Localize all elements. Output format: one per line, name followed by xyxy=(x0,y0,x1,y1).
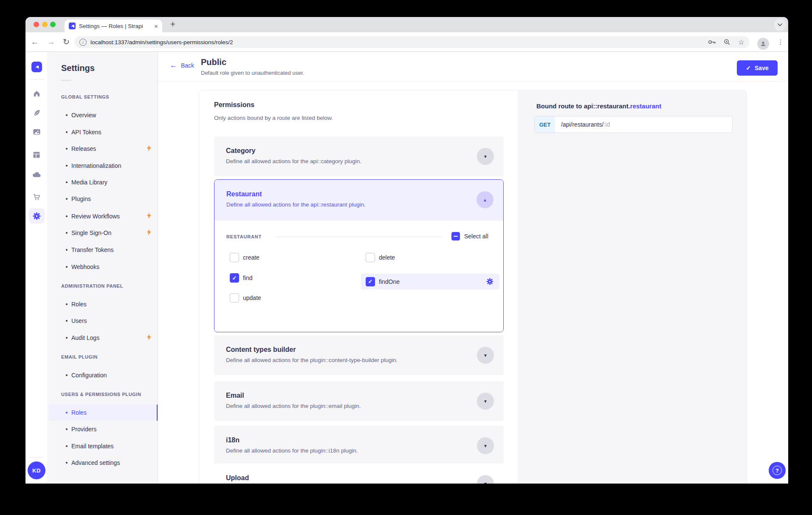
expand-button[interactable]: ▼ xyxy=(477,148,494,165)
accordion-email[interactable]: Email Define all allowed actions for the… xyxy=(214,381,504,421)
findone-settings-gear-icon[interactable] xyxy=(486,278,493,285)
fullscreen-window-button[interactable] xyxy=(50,22,56,27)
sidebar-item-roles-active[interactable]: Roles xyxy=(48,405,158,421)
url-bar[interactable]: i localhost:1337/admin/settings/users-pe… xyxy=(74,36,750,48)
sidebar-item-transfer-tokens[interactable]: Transfer Tokens xyxy=(48,242,158,258)
sidebar-item-internationalization[interactable]: Internationalization xyxy=(48,158,158,174)
sidebar-item-media-library[interactable]: Media Library xyxy=(48,174,158,190)
sidebar-item-audit-logs[interactable]: Audit Logs xyxy=(48,330,158,346)
bullet-icon xyxy=(66,198,68,200)
browser-profile-avatar[interactable] xyxy=(757,38,769,50)
nav-marketplace-cart-icon[interactable] xyxy=(25,192,48,202)
browser-toolbar: ← → ↻ i localhost:1337/admin/settings/us… xyxy=(25,32,788,52)
permissions-pane: Permissions Only actions bound by a rout… xyxy=(199,91,518,484)
strapi-logo[interactable] xyxy=(31,62,42,72)
bullet-icon xyxy=(66,445,68,447)
browser-tab[interactable]: Settings — Roles | Strapi × xyxy=(65,20,162,32)
group-divider xyxy=(276,237,442,237)
permission-row-update: update xyxy=(230,293,261,303)
tab-strip: Settings — Roles | Strapi × + xyxy=(25,17,788,32)
nav-settings-active[interactable] xyxy=(29,208,45,224)
lightning-icon xyxy=(147,334,152,342)
accordion-upload[interactable]: Upload ▼ xyxy=(214,464,504,484)
group-label: RESTAURANT xyxy=(226,234,262,239)
check-icon: ✓ xyxy=(746,65,751,71)
password-key-icon[interactable] xyxy=(708,39,716,45)
route-display[interactable]: GET /api/restaurants/:id xyxy=(534,116,733,133)
minimize-window-button[interactable] xyxy=(42,22,48,27)
accordion-content-types-builder[interactable]: Content types builder Define all allowed… xyxy=(214,335,504,375)
tab-search-button[interactable] xyxy=(774,19,786,31)
forward-nav-icon[interactable]: → xyxy=(45,32,57,51)
findone-checkbox[interactable]: ✓ xyxy=(366,277,375,286)
sidebar-item-admin-users[interactable]: Users xyxy=(48,313,158,329)
sidebar-item-review-workflows[interactable]: Review Workflows xyxy=(48,208,158,224)
info-icon[interactable]: i xyxy=(79,39,87,46)
strapi-app: KD Settings GLOBAL SETTINGS Overview API… xyxy=(25,52,788,484)
sidebar-item-advanced-settings[interactable]: Advanced settings xyxy=(48,455,158,471)
user-avatar[interactable]: KD xyxy=(28,461,45,479)
select-all-checkbox[interactable] xyxy=(451,232,460,241)
accordion-restaurant-header[interactable]: Restaurant Define all allowed actions fo… xyxy=(214,180,503,221)
page-subtitle: Default role given to unauthenticated us… xyxy=(201,70,304,76)
bullet-icon xyxy=(66,249,68,251)
reload-icon[interactable]: ↻ xyxy=(60,32,72,51)
settings-sidebar: Settings GLOBAL SETTINGS Overview API To… xyxy=(48,52,158,484)
help-button[interactable]: ? xyxy=(769,462,786,479)
delete-checkbox[interactable] xyxy=(366,253,375,262)
url-text[interactable]: localhost:1337/admin/settings/users-perm… xyxy=(90,39,700,45)
bullet-icon xyxy=(66,337,68,339)
bookmark-star-icon[interactable]: ☆ xyxy=(738,39,744,46)
sidebar-item-plugins[interactable]: Plugins xyxy=(48,191,158,207)
back-nav-icon[interactable]: ← xyxy=(29,32,41,51)
create-checkbox[interactable] xyxy=(230,253,239,262)
restaurant-permissions-body: RESTAURANT Select all create xyxy=(214,221,503,332)
sidebar-item-configuration[interactable]: Configuration xyxy=(48,367,158,383)
sidebar-item-single-sign-on[interactable]: Single Sign-On xyxy=(48,225,158,241)
sidebar-item-api-tokens[interactable]: API Tokens xyxy=(48,124,158,140)
accordion-i18n[interactable]: i18n Define all allowed actions for the … xyxy=(214,426,504,466)
expand-button[interactable]: ▼ xyxy=(477,393,494,410)
bullet-icon xyxy=(66,428,68,430)
sidebar-item-releases[interactable]: Releases xyxy=(48,141,158,157)
chevron-down-icon: ▼ xyxy=(483,444,488,448)
sidebar-item-providers[interactable]: Providers xyxy=(48,421,158,437)
permissions-subheading: Only actions bound by a route are listed… xyxy=(214,115,333,121)
accordion-title: Restaurant xyxy=(226,190,262,198)
close-window-button[interactable] xyxy=(34,22,39,27)
tab-close-icon[interactable]: × xyxy=(154,23,158,29)
nav-content-manager-icon[interactable] xyxy=(25,108,48,117)
nav-home-icon[interactable] xyxy=(25,89,48,98)
sidebar-item-email-templates[interactable]: Email templates xyxy=(48,438,158,454)
nav-deploy-cloud-icon[interactable] xyxy=(25,170,48,179)
save-button[interactable]: ✓ Save xyxy=(737,60,778,76)
sidebar-item-overview[interactable]: Overview xyxy=(48,107,158,123)
chevron-down-icon: ▼ xyxy=(483,154,488,159)
expand-button[interactable]: ▼ xyxy=(477,437,494,454)
zoom-page-icon[interactable] xyxy=(724,39,730,45)
expand-button[interactable]: ▼ xyxy=(477,347,494,364)
sidebar-item-admin-roles[interactable]: Roles xyxy=(48,296,158,312)
nav-content-type-builder-icon[interactable] xyxy=(25,150,48,159)
bullet-icon xyxy=(66,320,68,322)
find-checkbox[interactable]: ✓ xyxy=(230,273,239,283)
bullet-icon xyxy=(66,266,68,268)
new-tab-button[interactable]: + xyxy=(166,18,179,31)
tab-title: Settings — Roles | Strapi xyxy=(79,23,152,29)
collapse-button[interactable]: ▲ xyxy=(476,191,493,208)
browser-window: Settings — Roles | Strapi × + ← → ↻ i lo… xyxy=(25,17,788,484)
expand-button[interactable]: ▼ xyxy=(477,475,494,484)
back-link[interactable]: ← Back xyxy=(170,61,194,70)
person-icon xyxy=(760,40,767,47)
accordion-category[interactable]: Category Define all allowed actions for … xyxy=(214,136,504,176)
nav-media-library-icon[interactable] xyxy=(25,127,48,136)
accordion-title: Email xyxy=(226,392,244,399)
bullet-icon xyxy=(66,131,68,133)
sidebar-divider xyxy=(61,80,71,81)
section-label-users-permissions-plugin: USERS & PERMISSIONS PLUGIN xyxy=(61,392,141,397)
permission-row-find: ✓ find xyxy=(230,273,253,283)
browser-menu-icon[interactable]: ⋮ xyxy=(775,32,786,51)
sidebar-item-webhooks[interactable]: Webhooks xyxy=(48,259,158,275)
accordion-title: Upload xyxy=(226,474,249,482)
update-checkbox[interactable] xyxy=(230,293,239,303)
